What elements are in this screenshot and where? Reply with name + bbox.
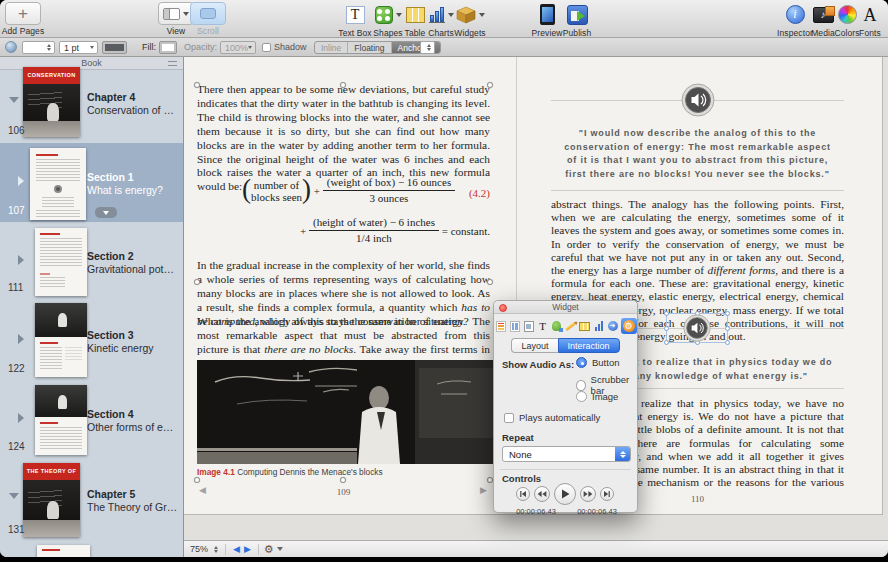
play-button[interactable] [554,483,576,505]
graphic-inspector-icon[interactable] [551,320,563,333]
disclosure-triangle-icon[interactable] [9,97,19,103]
selection-handle[interactable] [194,477,200,483]
fill-color-well[interactable] [159,41,177,54]
close-icon[interactable] [499,304,507,312]
sidebar-item-section-3[interactable]: Section 3 Kinetic energy 122 [0,300,183,380]
document-inspector-icon[interactable] [495,320,507,333]
equation-4-2[interactable]: (number ofblocks seen) + (weight of box)… [197,169,490,249]
selection-handle[interactable] [725,326,730,331]
back-arrow-icon[interactable]: ◀ [231,544,242,554]
gear-icon[interactable]: ⚙ [264,543,274,556]
sidebar-item-section-4[interactable]: Section 4 Other forms of energy 124 [0,380,183,458]
fast-forward-button[interactable] [580,486,596,502]
fonts-button[interactable]: A Fonts [840,2,888,38]
disclosure-triangle-icon[interactable] [9,493,19,499]
tab-interaction[interactable]: Interaction [558,338,620,353]
audio-quote[interactable]: "I would now describe the analog of this… [561,127,834,181]
scroll-button[interactable]: Scroll [178,2,238,36]
zoom-stepper-icon[interactable] [211,546,220,553]
selection-handle[interactable] [725,340,730,345]
equation-reference: (4.2) [469,187,490,199]
selection-handle[interactable] [194,279,200,285]
placement-stepper[interactable] [420,41,435,54]
skip-to-start-button[interactable] [516,487,530,501]
radio-selected-icon [576,357,587,368]
table-inspector-icon[interactable] [579,320,591,333]
selection-handle[interactable] [725,311,730,316]
widget-inspector-tab-selected[interactable]: ⚙ [621,318,637,334]
plus-icon: + [18,5,28,22]
chapter-thumbnail[interactable]: CONSERVATION [23,67,80,137]
sidebar-item-chapter-4[interactable]: CONSERVATION Chapter 4 Conservation of E… [0,65,183,143]
rewind-button[interactable] [534,486,550,502]
disclosure-triangle-icon[interactable] [18,334,24,344]
selection-handle[interactable] [194,82,200,88]
shadow-checkbox[interactable]: Shadow [262,42,307,52]
sidebar-item-section-2[interactable]: Section 2 Gravitational potentia... 111 [0,222,183,300]
metrics-inspector-icon[interactable] [565,320,577,333]
style-sphere-icon[interactable] [5,41,17,53]
sidebar-item-chapter-5[interactable]: THE THEORY OF Chapter 5 The Theory of Gr… [0,458,183,540]
chevron-down-icon [103,211,109,215]
opacity-field: 100% [220,41,256,54]
scroll-icon [200,8,216,19]
tab-layout[interactable]: Layout [511,338,557,353]
section-thumbnail[interactable] [30,148,86,220]
plays-automatically-checkbox[interactable]: Plays automatically [504,412,600,423]
image-caption[interactable]: Image 4.1 Computing Dennis the Menace's … [197,467,490,477]
checkbox-icon [504,413,514,423]
disclosure-triangle-icon[interactable] [18,255,24,265]
chart-inspector-icon[interactable] [593,320,605,333]
link-inspector-icon[interactable]: ➔ [607,320,619,333]
chapter-thumbnail[interactable]: THE THEORY OF [23,463,80,537]
audio-widget-icon-selected[interactable] [683,314,711,342]
section-thumbnail[interactable] [35,303,87,377]
section-thumbnail[interactable] [35,228,87,296]
selection-handle[interactable] [664,340,669,345]
widget-inspector-panel: Widget T ➔ ⚙ Layout Interaction Show Aud… [493,300,638,513]
opacity-label: Opacity: [184,42,217,52]
zoom-value[interactable]: 75% [190,544,208,554]
book-canvas: There then appear to be some new deviati… [184,57,888,540]
forward-arrow-icon[interactable]: ▶ [242,544,253,554]
selection-handle[interactable] [664,311,669,316]
selection-handle[interactable] [487,82,493,88]
placement-floating[interactable]: Floating [348,42,391,53]
chevron-down-icon [277,547,283,551]
partial-thumbnail[interactable] [37,545,90,557]
selection-handle[interactable] [340,477,346,483]
layout-inspector-icon[interactable] [509,320,521,333]
add-pages-button[interactable]: + Add Pages [0,2,53,36]
wrap-inspector-icon[interactable] [523,320,535,333]
audio-widget-icon[interactable] [681,83,715,117]
publish-button[interactable]: Publish [547,2,607,38]
selection-handle[interactable] [664,326,669,331]
text-inspector-icon[interactable]: T [537,320,549,333]
checkbox-icon [262,43,271,52]
widgets-button[interactable]: Widgets [440,2,500,38]
selection-handle[interactable] [487,279,493,285]
section-options-pill[interactable] [95,207,117,218]
section-thumbnail[interactable] [35,385,87,455]
chevron-down-icon [479,13,485,17]
radio-button-option[interactable]: Button [576,357,619,368]
stroke-style-stepper[interactable] [22,41,55,54]
playback-controls [508,482,625,506]
disclosure-triangle-icon[interactable] [18,176,24,186]
selection-handle[interactable] [340,82,346,88]
panel-titlebar[interactable]: Widget [494,301,637,314]
stroke-width-select[interactable]: 1 pt [59,41,98,54]
show-audio-as-label: Show Audio As: [502,359,574,370]
sidebar-item-section-1[interactable]: Section 1 What is energy? 107 [0,143,183,222]
divider [500,469,631,470]
radio-image-option[interactable]: Image [576,391,618,402]
disclosure-triangle-icon[interactable] [18,413,24,423]
skip-to-end-button[interactable] [600,487,614,501]
repeat-select[interactable]: None [502,446,631,462]
select-stepper-icon [615,447,630,461]
panel-tab-bar: Layout Interaction [494,338,637,353]
stroke-color-well[interactable] [102,41,127,54]
placement-inline[interactable]: Inline [315,42,348,53]
blackboard-image[interactable] [197,360,502,464]
divider [225,544,226,555]
